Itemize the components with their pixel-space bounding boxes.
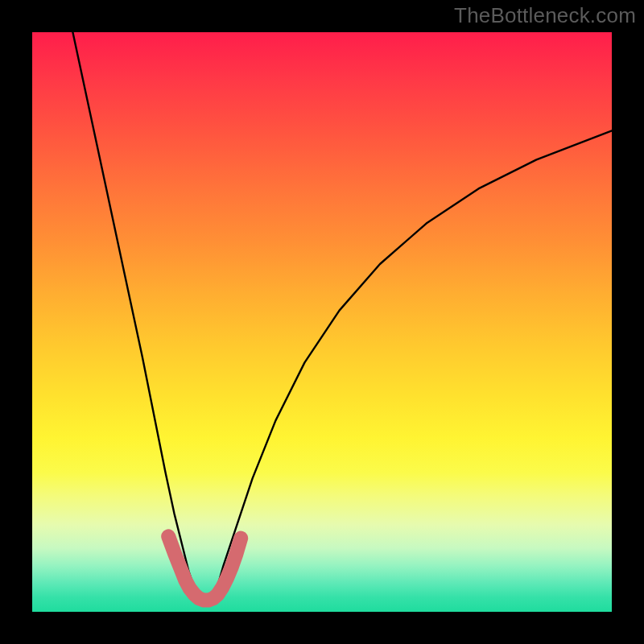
curve-svg xyxy=(32,32,612,612)
plot-area xyxy=(32,32,612,612)
bottleneck-curve xyxy=(72,32,612,601)
chart-container: TheBottleneck.com xyxy=(0,0,644,644)
watermark-text: TheBottleneck.com xyxy=(454,3,636,28)
